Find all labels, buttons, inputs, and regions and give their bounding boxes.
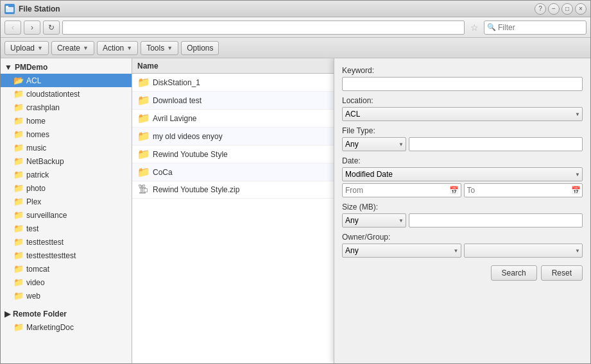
sidebar-item-testtesttesttest[interactable]: 📁 testtesttesttest — [1, 249, 132, 262]
date-range-row: 📅 📅 — [342, 183, 583, 197]
options-button[interactable]: Options — [181, 41, 219, 55]
sidebar-item-label: cloudstationtest — [26, 90, 80, 99]
location-select[interactable]: ACL — [342, 107, 583, 121]
sidebar-item-test[interactable]: 📁 test — [1, 222, 132, 235]
search-button[interactable]: Search — [491, 265, 537, 281]
upload-button[interactable]: Upload ▼ — [4, 41, 49, 55]
size-row: Any Less than Greater than Between — [342, 213, 583, 228]
minimize-button[interactable]: − — [548, 3, 560, 15]
keyword-group: Keyword: — [342, 66, 583, 91]
date-group: Date: Modified Date Created Date Last Ac… — [342, 156, 583, 197]
maximize-button[interactable]: □ — [561, 3, 573, 15]
file-name: my old videos enyoy — [153, 132, 223, 141]
date-from-wrapper: 📅 — [342, 183, 461, 197]
filetype-group: File Type: Any Video Audio Photo Documen… — [342, 126, 583, 151]
keyword-input[interactable] — [342, 77, 583, 91]
folder-icon: 📁 — [13, 156, 24, 166]
sidebar-item-label: NetBackup — [26, 157, 64, 166]
sidebar-item-label: Plex — [26, 197, 41, 206]
pmdemo-section: ▼ PMDemo 📂 ACL 📁 cloudstationtest 📁 cras… — [1, 58, 132, 305]
upload-arrow-icon: ▼ — [37, 45, 43, 51]
size-value-input[interactable] — [409, 213, 583, 228]
sidebar-item-label: crashplan — [26, 103, 60, 112]
sidebar-item-patrick[interactable]: 📁 patrick — [1, 168, 132, 181]
sidebar-item-netbackup[interactable]: 📁 NetBackup — [1, 154, 132, 168]
folder-icon: 📁 — [13, 237, 24, 247]
second-owner-select[interactable] — [464, 244, 583, 258]
sidebar-item-photo[interactable]: 📁 photo — [1, 181, 132, 195]
sidebar-item-label: photo — [26, 184, 46, 193]
options-label: Options — [187, 44, 213, 53]
app-icon — [4, 4, 15, 14]
sidebar-item-surveillance[interactable]: 📁 surveillance — [1, 208, 132, 222]
sidebar-item-acl[interactable]: 📂 ACL — [1, 74, 132, 87]
owner-row: Any User Group — [342, 244, 583, 258]
sidebar-item-label: surveillance — [26, 211, 67, 220]
filter-input[interactable] — [498, 23, 575, 32]
folder-icon: 📁 — [13, 116, 24, 126]
refresh-button[interactable]: ↻ — [43, 21, 60, 35]
date-select-wrapper: Modified Date Created Date Last Access D… — [342, 167, 583, 181]
refresh-icon: ↻ — [48, 23, 55, 32]
date-label: Date: — [342, 156, 583, 165]
calendar-icon: 📅 — [449, 186, 459, 195]
remote-group-header[interactable]: ▶ Remote Folder — [1, 308, 132, 320]
sidebar-item-music[interactable]: 📁 music — [1, 141, 132, 154]
close-button[interactable]: × — [575, 3, 587, 15]
folder-icon: 📁 — [13, 89, 24, 99]
size-select[interactable]: Any Less than Greater than Between — [342, 213, 406, 228]
date-select[interactable]: Modified Date Created Date Last Access D… — [342, 167, 583, 181]
location-group: Location: ACL — [342, 96, 583, 121]
file-name: DiskStation_1 — [153, 78, 200, 87]
address-bar[interactable]: ACL — [62, 21, 465, 35]
owner-select-wrapper: Any User Group — [342, 244, 461, 258]
date-from-input[interactable] — [342, 183, 461, 197]
main-content: ▼ PMDemo 📂 ACL 📁 cloudstationtest 📁 cras… — [1, 58, 590, 363]
sidebar-item-homes[interactable]: 📁 homes — [1, 128, 132, 141]
sidebar-item-testtesttest[interactable]: 📁 testtesttest — [1, 235, 132, 249]
sidebar-item-video[interactable]: 📁 video — [1, 276, 132, 289]
forward-button[interactable]: › — [24, 21, 40, 35]
filetype-select[interactable]: Any Video Audio Photo Document — [342, 137, 406, 151]
zip-icon: 🗜 — [137, 184, 149, 195]
sidebar-item-crashplan[interactable]: 📁 crashplan — [1, 101, 132, 114]
folder-icon: 📁 — [13, 197, 24, 206]
sidebar-item-label: MarketingDoc — [26, 323, 74, 332]
pmdemo-label: PMDemo — [15, 63, 47, 72]
back-button[interactable]: ‹ — [4, 21, 21, 35]
date-from-calendar-button[interactable]: 📅 — [449, 185, 460, 196]
sidebar-item-label: patrick — [26, 170, 49, 179]
help-button[interactable]: ? — [535, 3, 546, 15]
sidebar-item-label: test — [26, 224, 39, 233]
folder-icon: 📁 — [13, 170, 24, 179]
size-label: Size (MB): — [342, 203, 583, 211]
filetype-ext-input[interactable] — [409, 137, 583, 151]
filter-bar: 🔍 — [484, 21, 587, 35]
pmdemo-group-header[interactable]: ▼ PMDemo — [1, 61, 132, 74]
reset-button[interactable]: Reset — [541, 265, 583, 281]
folder-icon: 📁 — [137, 130, 149, 142]
folder-icon: 📁 — [13, 103, 24, 112]
folder-icon: 📁 — [137, 94, 149, 106]
sidebar-item-label: home — [26, 117, 46, 126]
owner-select[interactable]: Any User Group — [342, 244, 461, 258]
folder-icon: 📁 — [137, 148, 149, 160]
date-to-calendar-button[interactable]: 📅 — [570, 185, 581, 196]
sidebar-item-home[interactable]: 📁 home — [1, 114, 132, 128]
sidebar-item-label: testtesttest — [26, 238, 64, 247]
sidebar-item-cloudstationtest[interactable]: 📁 cloudstationtest — [1, 87, 132, 101]
bookmark-button[interactable]: ☆ — [467, 21, 481, 35]
sidebar-item-marketingdoc[interactable]: 📁 MarketingDoc — [1, 320, 132, 334]
folder-icon: 📁 — [13, 129, 24, 139]
sidebar-item-plex[interactable]: 📁 Plex — [1, 195, 132, 208]
sidebar-item-web[interactable]: 📁 web — [1, 289, 132, 302]
second-owner-wrapper — [464, 244, 583, 258]
file-station-window: File Station ? − □ × ‹ › ↻ ACL ☆ 🔍 Uploa… — [0, 0, 591, 364]
sidebar-item-tomcat[interactable]: 📁 tomcat — [1, 262, 132, 276]
action-label: Action — [103, 44, 124, 53]
sidebar-item-label: music — [26, 144, 46, 153]
date-to-input[interactable] — [464, 183, 583, 197]
create-button[interactable]: Create ▼ — [51, 41, 94, 55]
action-button[interactable]: Action ▼ — [97, 41, 138, 55]
tools-button[interactable]: Tools ▼ — [141, 41, 178, 55]
